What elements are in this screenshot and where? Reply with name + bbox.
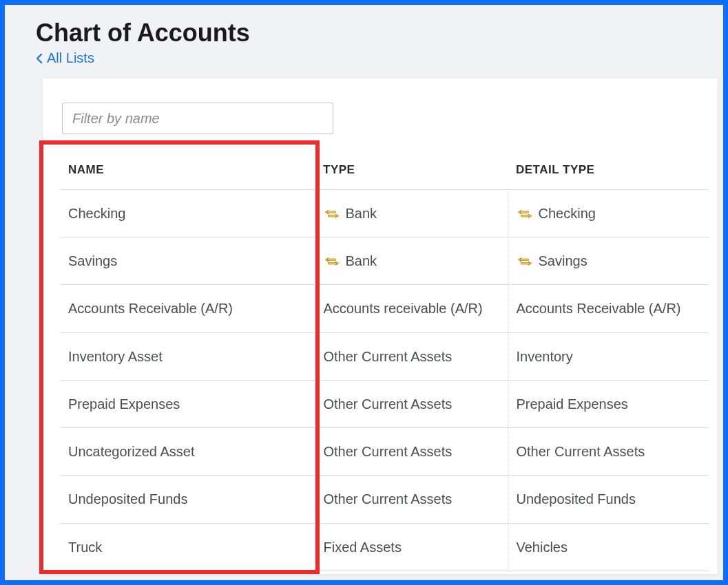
cell-type[interactable]: Other Current Assets xyxy=(315,476,508,523)
svg-rect-1 xyxy=(328,215,336,217)
cell-detail-type[interactable]: Inventory xyxy=(508,332,709,380)
table-row[interactable]: TruckFixed AssetsVehicles xyxy=(60,523,709,571)
cell-name[interactable]: Savings xyxy=(60,237,315,285)
cell-name-text: Checking xyxy=(68,206,125,221)
swap-arrows-icon xyxy=(517,208,533,220)
cell-name[interactable]: Inventory Asset xyxy=(60,332,315,380)
cell-type[interactable]: Accounts receivable (A/R) xyxy=(315,285,508,332)
cell-type-text: Other Current Assets xyxy=(324,444,453,459)
table-row[interactable]: Undeposited FundsOther Current AssetsUnd… xyxy=(60,476,709,523)
cell-name[interactable]: Accounts Receivable (A/R) xyxy=(60,285,315,332)
svg-rect-3 xyxy=(521,215,529,217)
filter-by-name-input[interactable] xyxy=(62,103,333,134)
svg-rect-7 xyxy=(521,262,529,264)
swap-arrows-icon xyxy=(324,208,340,220)
cell-detail-type-text: Undeposited Funds xyxy=(517,492,636,507)
column-header-detail-type[interactable]: DETAIL TYPE xyxy=(508,152,709,190)
cell-type-text: Other Current Assets xyxy=(324,492,453,507)
cell-detail-type-text: Checking xyxy=(539,206,596,221)
cell-type-text: Bank xyxy=(346,206,377,221)
cell-type[interactable]: Bank xyxy=(315,190,508,237)
cell-detail-type-text: Other Current Assets xyxy=(517,444,645,459)
cell-type[interactable]: Fixed Assets xyxy=(315,523,508,571)
cell-type-text: Bank xyxy=(346,253,377,268)
back-link-all-lists[interactable]: All Lists xyxy=(36,50,94,66)
chevron-left-icon xyxy=(36,54,43,63)
back-link-label: All Lists xyxy=(47,50,94,66)
cell-name[interactable]: Checking xyxy=(60,190,315,237)
svg-rect-0 xyxy=(327,211,335,213)
cell-detail-type-text: Accounts Receivable (A/R) xyxy=(517,301,681,317)
swap-arrows-icon xyxy=(324,255,340,268)
cell-name-text: Uncategorized Asset xyxy=(68,444,194,459)
cell-detail-type[interactable]: Prepaid Expenses xyxy=(508,380,709,427)
cell-name-text: Prepaid Expenses xyxy=(68,396,180,412)
cell-type[interactable]: Other Current Assets xyxy=(315,428,508,476)
cell-name[interactable]: Uncategorized Asset xyxy=(60,428,315,476)
cell-detail-type-text: Savings xyxy=(539,253,587,268)
svg-rect-2 xyxy=(520,211,528,213)
cell-detail-type[interactable]: Other Current Assets xyxy=(508,428,709,476)
cell-detail-type[interactable]: Checking xyxy=(508,190,709,237)
cell-type[interactable]: Bank xyxy=(315,237,508,285)
svg-rect-4 xyxy=(327,259,335,261)
cell-detail-type[interactable]: Undeposited Funds xyxy=(508,476,709,523)
cell-detail-type-text: Prepaid Expenses xyxy=(517,396,628,412)
table-header-row: NAME TYPE DETAIL TYPE xyxy=(60,152,709,190)
cell-type-text: Other Current Assets xyxy=(324,396,453,412)
cell-type[interactable]: Other Current Assets xyxy=(315,332,508,380)
app-frame: Chart of Accounts All Lists NAME TYPE DE… xyxy=(0,0,728,585)
accounts-table: NAME TYPE DETAIL TYPE Checking Bank Chec… xyxy=(60,152,709,571)
cell-type-text: Other Current Assets xyxy=(324,349,453,364)
cell-name-text: Truck xyxy=(68,540,102,555)
cell-name-text: Undeposited Funds xyxy=(68,492,187,507)
cell-name[interactable]: Undeposited Funds xyxy=(60,476,315,523)
table-row[interactable]: Checking Bank Checking xyxy=(60,190,709,237)
column-header-name[interactable]: NAME xyxy=(60,152,315,190)
page-title: Chart of Accounts xyxy=(36,19,723,47)
swap-arrows-icon xyxy=(517,255,533,268)
cell-detail-type-text: Inventory xyxy=(517,349,573,364)
svg-rect-6 xyxy=(520,259,528,261)
svg-rect-5 xyxy=(328,262,336,264)
header: Chart of Accounts All Lists xyxy=(5,5,723,73)
cell-name-text: Accounts Receivable (A/R) xyxy=(68,301,233,317)
table-row[interactable]: Uncategorized AssetOther Current AssetsO… xyxy=(60,428,709,476)
table-row[interactable]: Accounts Receivable (A/R)Accounts receiv… xyxy=(60,285,709,332)
cell-detail-type-text: Vehicles xyxy=(517,540,568,555)
cell-detail-type[interactable]: Vehicles xyxy=(508,523,709,571)
table-row[interactable]: Savings Bank Savings xyxy=(60,237,709,285)
cell-type-text: Accounts receivable (A/R) xyxy=(324,301,483,317)
cell-name[interactable]: Truck xyxy=(60,523,315,571)
column-header-type[interactable]: TYPE xyxy=(315,152,508,190)
cell-name-text: Inventory Asset xyxy=(68,349,163,364)
table-row[interactable]: Prepaid ExpensesOther Current AssetsPrep… xyxy=(60,380,709,427)
content-card: NAME TYPE DETAIL TYPE Checking Bank Chec… xyxy=(43,78,718,574)
table-row[interactable]: Inventory AssetOther Current AssetsInven… xyxy=(60,332,709,380)
cell-type[interactable]: Other Current Assets xyxy=(315,380,508,427)
cell-name[interactable]: Prepaid Expenses xyxy=(60,380,315,427)
cell-type-text: Fixed Assets xyxy=(324,540,402,555)
cell-detail-type[interactable]: Savings xyxy=(508,237,709,285)
cell-detail-type[interactable]: Accounts Receivable (A/R) xyxy=(508,285,709,332)
cell-name-text: Savings xyxy=(68,253,117,268)
